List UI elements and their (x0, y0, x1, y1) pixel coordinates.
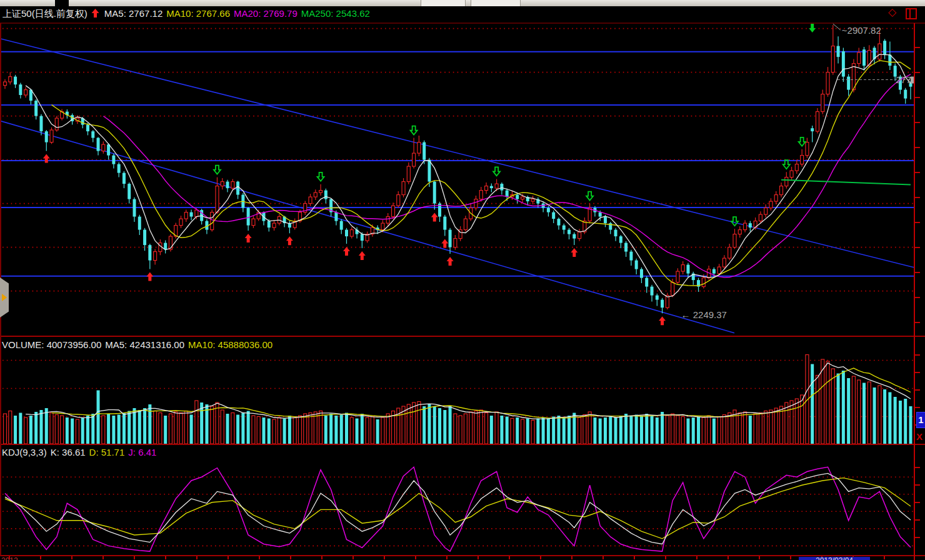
split-window-icon[interactable] (906, 8, 917, 19)
page-title: 上证50(日线.前复权) (2, 8, 88, 19)
kdj-d-line (5, 478, 911, 539)
price-gridlines (2, 29, 914, 291)
kdj-j-readout: J: 6.41 (128, 447, 156, 458)
blue-trendlines (0, 39, 914, 333)
buy-arrow-icon (659, 316, 666, 325)
volume-moving-averages (26, 363, 911, 419)
volume-ma5-readout: MA5: 42431316.00 (105, 339, 184, 350)
volume-scale-badge[interactable]: 1 (916, 412, 925, 428)
buy-arrow-icon (447, 257, 454, 266)
kdj-chart-panel[interactable] (0, 460, 914, 555)
buy-arrow-icon (286, 236, 293, 245)
ma5-readout: MA5: 2767.12 (104, 8, 162, 19)
sell-arrow-icon (493, 167, 500, 176)
volume-bars[interactable] (4, 355, 912, 444)
current-price-label: 277 (896, 74, 911, 85)
low-price-label: ← 2249.37 (681, 309, 727, 320)
kdj-k-readout: K: 36.61 (51, 447, 86, 458)
kdj-j-line (5, 467, 911, 551)
ma20-readout: MA20: 2769.79 (234, 8, 298, 19)
sell-arrow-icon (318, 172, 324, 181)
buy-arrow-icon (571, 248, 578, 257)
high-price-label: ~2907.82 (842, 25, 881, 36)
ma250-readout: MA250: 2543.62 (301, 8, 370, 19)
axis-ticks (914, 48, 920, 538)
sell-arrow-icon (214, 166, 221, 174)
kdj-indicator-name: KDJ(9,3,3) (2, 447, 47, 458)
buy-arrow-icon (431, 212, 438, 221)
expand-right-icon (2, 294, 7, 301)
buy-arrow-icon (359, 251, 366, 260)
main-chart-header: 上证50(日线.前复权)MA5: 2767.12MA10: 2767.66MA2… (2, 8, 374, 20)
kdj-header: KDJ(9,3,3)K: 36.61D: 51.71J: 6.41 (2, 447, 160, 458)
sell-solid-arrow-icon (809, 24, 816, 32)
volume-header: VOLUME: 40073956.00MA5: 42431316.00MA10:… (2, 339, 276, 350)
price-chart-panel[interactable]: ~2907.82← 2249.37277 (0, 22, 914, 336)
toolbar-button[interactable] (471, 0, 521, 6)
trade-signal-arrows (43, 22, 837, 325)
split-window-icon-bar (909, 9, 911, 18)
ma10-readout: MA10: 2767.66 (166, 8, 230, 19)
volume-ma10-readout: MA10: 45888036.00 (188, 339, 272, 350)
volume-readout: VOLUME: 40073956.00 (2, 339, 101, 350)
buy-arrow-icon (343, 247, 350, 256)
sell-arrow-icon (731, 217, 738, 226)
chart-application: 上证50(日线.前复权)MA5: 2767.12MA10: 2767.66MA2… (0, 0, 925, 560)
sell-arrow-icon (411, 126, 418, 135)
sidebar-collapse-handle[interactable] (0, 278, 9, 318)
top-toolbar-strip (0, 0, 925, 6)
buy-arrow-icon (441, 239, 448, 248)
moving-averages (26, 54, 911, 297)
candles-layer[interactable] (4, 25, 912, 313)
diamond-icon[interactable]: ◇ (888, 7, 896, 18)
signal-up-arrow-icon (91, 8, 99, 19)
buy-arrow-icon (245, 234, 252, 242)
timeline-start-date: 2012 (1, 557, 18, 560)
buy-arrow-icon (43, 154, 50, 163)
timeline-selected-date[interactable]: 2013/03/04 (799, 557, 870, 560)
sell-arrow-icon (586, 192, 593, 201)
sell-arrow-icon (799, 138, 806, 146)
timeline-ticks (9, 556, 884, 559)
toolbar-notch (55, 0, 69, 6)
indicator-close-button[interactable]: X (916, 431, 922, 442)
kdj-d-readout: D: 51.71 (89, 447, 125, 458)
volume-chart-panel[interactable] (0, 351, 914, 444)
kdj-k-line (5, 473, 911, 544)
sell-arrow-icon (783, 160, 790, 169)
toolbar-button[interactable] (421, 0, 466, 6)
buy-arrow-icon (146, 272, 153, 281)
kdj-lines (5, 467, 911, 551)
